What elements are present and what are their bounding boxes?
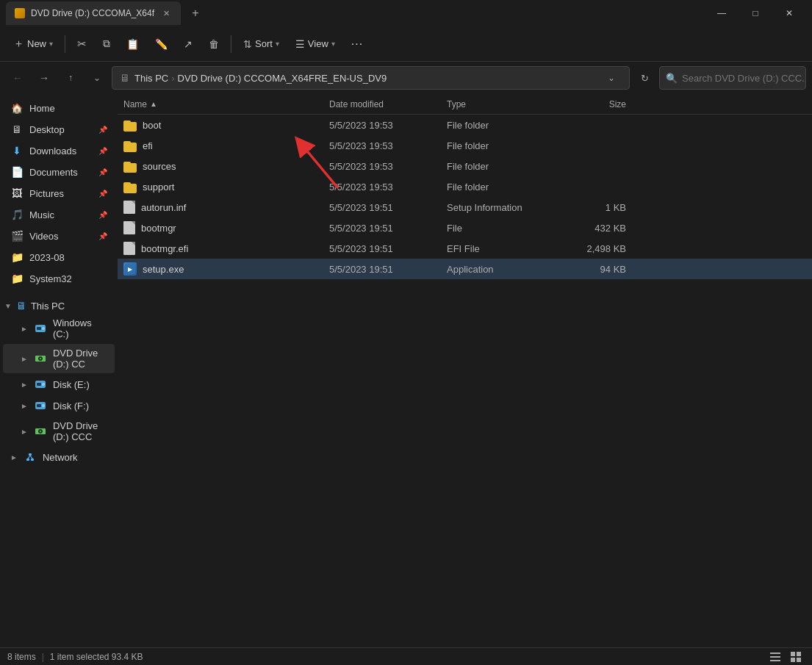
file-row-boot[interactable]: boot 5/5/2023 19:53 File folder (118, 115, 812, 135)
name-sort-arrow-icon: ▲ (150, 100, 157, 108)
pictures-icon: 🖼 (10, 187, 24, 200)
file-name-setupexe: ▶ setup.exe (123, 262, 329, 276)
rename-icon: ✏️ (155, 38, 168, 50)
active-tab[interactable]: DVD Drive (D:) CCCOMA_X64f ✕ (6, 1, 181, 25)
new-tab-button[interactable]: + (185, 3, 206, 24)
sidebar-item-2023[interactable]: 📁 2023-08 (3, 247, 115, 267)
address-this-pc[interactable]: This PC (134, 73, 168, 84)
file-row-efi[interactable]: efi 5/5/2023 19:53 File folder (118, 135, 812, 156)
sidebar-item-dvd-d2[interactable]: ► DVD Drive (D:) CCC (3, 417, 115, 446)
sidebar-music-label: Music (29, 209, 54, 220)
status-bar: 8 items | 1 item selected 93.4 KB (0, 647, 812, 665)
chevron-disk-e-icon: ► (21, 381, 28, 389)
search-icon: 🔍 (666, 73, 678, 84)
col-header-type[interactable]: Type (447, 99, 564, 109)
file-icon-bootmgr (123, 221, 135, 234)
refresh-button[interactable]: ↻ (633, 66, 656, 90)
col-header-date[interactable]: Date modified (329, 99, 447, 109)
sidebar-item-network[interactable]: ► Network (3, 447, 115, 467)
view-button[interactable]: ☰ View ▾ (288, 34, 342, 54)
file-type-boot: File folder (447, 120, 564, 131)
col-header-size[interactable]: Size (564, 99, 638, 109)
address-input[interactable]: 🖥 This PC › DVD Drive (D:) CCCOMA_X64FRE… (112, 66, 630, 90)
sidebar-item-dvd-d[interactable]: ► DVD Drive (D:) CC (3, 344, 115, 373)
file-type-sources: File folder (447, 161, 564, 172)
sidebar-item-windows-c[interactable]: ► Windows (C:) (3, 314, 115, 343)
sort-button[interactable]: ⇅ Sort ▾ (236, 34, 287, 54)
dvd-d-icon (34, 352, 47, 365)
file-row-sources[interactable]: sources 5/5/2023 19:53 File folder (118, 156, 812, 176)
search-box[interactable]: 🔍 (659, 66, 806, 90)
home-icon: 🏠 (10, 101, 24, 115)
view-label: View (308, 38, 328, 49)
file-row-bootmgr[interactable]: bootmgr 5/5/2023 19:51 File 432 KB (118, 218, 812, 238)
address-dropdown-button[interactable]: ⌄ (601, 66, 622, 90)
pin-icon-pictures: 📌 (98, 190, 107, 198)
sidebar-this-pc-header[interactable]: ▼ 🖥 This PC (0, 295, 118, 313)
file-row-support[interactable]: support 5/5/2023 19:53 File folder (118, 176, 812, 197)
sidebar-item-desktop[interactable]: 🖥 Desktop 📌 (3, 119, 115, 140)
file-name-bootmgr: bootmgr (123, 221, 329, 234)
file-date-bootmgr: 5/5/2023 19:51 (329, 223, 447, 234)
view-chevron-icon: ▾ (331, 40, 335, 48)
detail-view-button[interactable] (787, 650, 805, 664)
sidebar-item-system32[interactable]: 📁 System32 (3, 268, 115, 289)
file-row-autorun[interactable]: autorun.inf 5/5/2023 19:51 Setup Informa… (118, 197, 812, 218)
sidebar-item-videos[interactable]: 🎬 Videos 📌 (3, 226, 115, 246)
svg-line-18 (28, 456, 30, 459)
dvd-d2-icon (34, 425, 47, 438)
content-area: Name ▲ Date modified Type Size (118, 94, 812, 647)
tab-close-button[interactable]: ✕ (160, 7, 172, 19)
sidebar-documents-label: Documents (29, 167, 78, 178)
file-name-sources: sources (123, 159, 329, 173)
search-input[interactable] (682, 73, 805, 84)
svg-rect-16 (31, 459, 34, 461)
svg-line-19 (30, 456, 32, 459)
maximize-button[interactable]: □ (739, 0, 772, 26)
chevron-down-icon: ▼ (4, 302, 12, 310)
sidebar-disk-e-label: Disk (E:) (53, 379, 90, 390)
file-row-bootmgrefi[interactable]: bootmgr.efi 5/5/2023 19:51 EFI File 2,49… (118, 238, 812, 259)
file-row-setupexe[interactable]: ▶ setup.exe 5/5/2023 19:51 Application 9… (118, 259, 812, 279)
folder-icon-sources (123, 159, 137, 173)
share-button[interactable]: ↗ (176, 34, 200, 54)
forward-button[interactable]: → (32, 66, 56, 90)
folder-icon-efi (123, 139, 137, 152)
up-button[interactable]: ↑ (59, 66, 82, 90)
setup-icon: ▶ (123, 262, 137, 276)
tab-icon (15, 8, 25, 18)
back-button[interactable]: ← (6, 66, 29, 90)
address-folder-icon: 🖥 (120, 72, 130, 84)
sidebar-desktop-label: Desktop (29, 124, 65, 135)
sidebar-item-music[interactable]: 🎵 Music 📌 (3, 204, 115, 225)
address-drive[interactable]: DVD Drive (D:) CCCOMA_X64FRE_EN-US_DV9 (178, 73, 387, 84)
cut-button[interactable]: ✂ (70, 33, 94, 55)
close-button[interactable]: ✕ (772, 0, 806, 26)
sidebar-item-documents[interactable]: 📄 Documents 📌 (3, 162, 115, 182)
sidebar-item-home[interactable]: 🏠 Home (3, 98, 115, 118)
rename-button[interactable]: ✏️ (148, 34, 175, 54)
sidebar-videos-label: Videos (29, 231, 59, 242)
new-button[interactable]: ＋ New ▾ (6, 32, 60, 55)
sidebar-item-disk-e[interactable]: ► Disk (E:) (3, 374, 115, 395)
more-icon: ··· (351, 37, 363, 51)
minimize-button[interactable]: — (705, 0, 739, 26)
status-selected: 1 item selected 93.4 KB (50, 652, 143, 662)
col-header-name[interactable]: Name ▲ (123, 99, 329, 109)
address-bar: ← → ↑ ⌄ 🖥 This PC › DVD Drive (D:) CCCOM… (0, 62, 812, 94)
sidebar-item-downloads[interactable]: ⬇ Downloads 📌 (3, 140, 115, 161)
folder-icon-boot (123, 118, 137, 132)
recent-button[interactable]: ⌄ (85, 66, 109, 90)
file-size-autorun: 1 KB (564, 202, 638, 213)
more-button[interactable]: ··· (344, 33, 370, 55)
file-rows-container: boot 5/5/2023 19:53 File folder efi 5/5/… (118, 115, 812, 279)
chevron-disk-f-icon: ► (21, 402, 28, 410)
windows-c-drive-icon (34, 322, 47, 335)
folder-icon-support (123, 180, 137, 193)
paste-button[interactable]: 📋 (119, 34, 146, 54)
sidebar-item-disk-f[interactable]: ► Disk (F:) (3, 395, 115, 416)
copy-button[interactable]: ⧉ (96, 33, 118, 54)
delete-button[interactable]: 🗑 (201, 34, 226, 54)
list-view-button[interactable] (766, 650, 784, 664)
sidebar-item-pictures[interactable]: 🖼 Pictures 📌 (3, 183, 115, 204)
